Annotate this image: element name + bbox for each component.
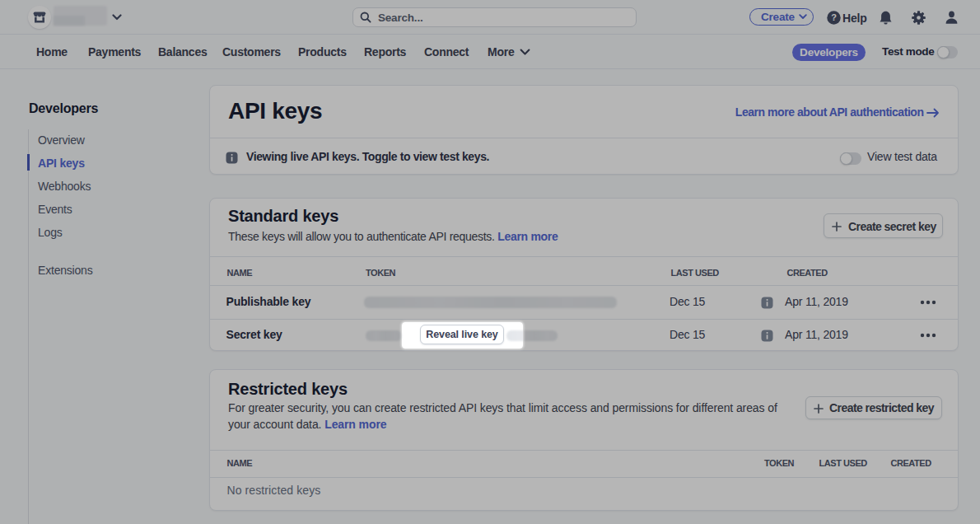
svg-text:?: ? (831, 12, 837, 22)
